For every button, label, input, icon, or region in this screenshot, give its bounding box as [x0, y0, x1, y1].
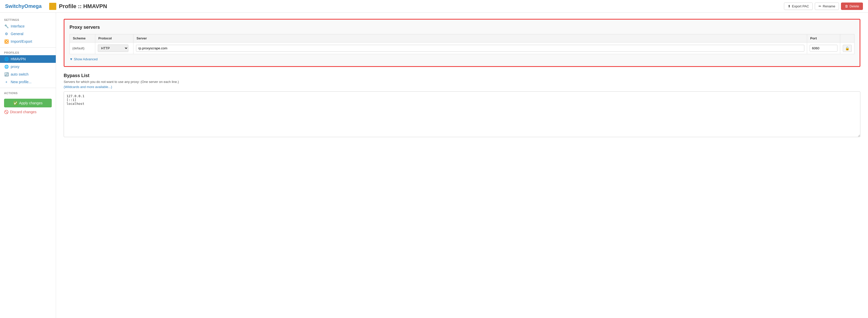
bypass-list-title: Bypass List [64, 73, 860, 78]
proxy-servers-title: Proxy servers [69, 25, 855, 30]
sidebar-item-import-export-label: Import/Export [11, 39, 32, 43]
discard-icon: 🚫 [4, 110, 8, 114]
content-area: Proxy servers Scheme Protocol Server Por… [56, 13, 868, 318]
sidebar-item-auto-switch[interactable]: 🔄 auto switch [0, 70, 56, 78]
header-protocol: Protocol [95, 34, 133, 42]
export-pac-label: Export PAC [792, 4, 809, 8]
export-pac-icon: ⬆ [788, 4, 790, 8]
port-cell [807, 42, 840, 54]
rename-icon: ✏ [818, 4, 822, 8]
sidebar-item-proxy[interactable]: 🌐 proxy [0, 63, 56, 70]
header-port: Port [807, 34, 840, 42]
delete-label: Delete [849, 4, 859, 8]
sidebar-item-proxy-label: proxy [11, 65, 19, 69]
sidebar-item-auto-switch-label: auto switch [11, 72, 29, 76]
sidebar-item-hmavpn[interactable]: 🌐 HMAVPN [0, 55, 56, 63]
rename-label: Rename [823, 4, 835, 8]
sidebar-item-import-export[interactable]: 🔀 Import/Export [0, 38, 56, 45]
profile-icon [49, 3, 56, 10]
show-advanced-link[interactable]: ▼ Show Advanced [69, 57, 855, 61]
chevron-down-icon: ▼ [69, 57, 73, 61]
discard-changes-label: Discard changes [10, 110, 36, 114]
wildcards-link[interactable]: (Wildcards and more available...) [64, 85, 112, 89]
sidebar-item-interface[interactable]: 🔧 Interface [0, 23, 56, 30]
top-actions: ⬆ Export PAC ✏ Rename 🗑 Delete [784, 3, 863, 10]
logo[interactable]: SwitchyOmega [5, 3, 41, 9]
lock-button[interactable]: 🔒 [843, 45, 852, 52]
proxy-table: Scheme Protocol Server Port (default) [69, 34, 855, 54]
page-title: Profile :: HMAVPN [59, 3, 107, 10]
protocol-cell: HTTP HTTPS SOCKS4 SOCKS5 [95, 42, 133, 54]
show-advanced-label: Show Advanced [74, 57, 97, 61]
table-header-row: Scheme Protocol Server Port [70, 34, 855, 42]
discard-changes-button[interactable]: 🚫 Discard changes [4, 108, 52, 115]
table-row: (default) HTTP HTTPS SOCKS4 SOCKS5 [70, 42, 855, 54]
hmavpn-icon: 🌐 [4, 57, 9, 61]
page-title-area: Profile :: HMAVPN [49, 3, 784, 10]
wrench-icon: 🔧 [4, 24, 9, 28]
proxy-servers-box: Proxy servers Scheme Protocol Server Por… [64, 19, 860, 67]
add-icon: + [4, 80, 9, 84]
export-pac-button[interactable]: ⬆ Export PAC [784, 3, 813, 10]
apply-changes-button[interactable]: ✅ Apply changes [4, 99, 52, 107]
main-layout: SETTINGS 🔧 Interface ⚙ General 🔀 Import/… [0, 13, 868, 318]
import-export-icon: 🔀 [4, 39, 9, 43]
bypass-textarea[interactable]: 127.0.0.1 [::1] localhost [64, 91, 860, 137]
scheme-cell: (default) [70, 42, 95, 54]
sidebar-item-interface-label: Interface [11, 24, 25, 28]
sidebar-item-general[interactable]: ⚙ General [0, 30, 56, 38]
protocol-select[interactable]: HTTP HTTPS SOCKS4 SOCKS5 [98, 44, 128, 52]
sidebar-item-new-profile[interactable]: + New profile... [0, 78, 56, 86]
gear-icon: ⚙ [4, 32, 9, 36]
auto-switch-icon: 🔄 [4, 72, 9, 76]
sidebar: SETTINGS 🔧 Interface ⚙ General 🔀 Import/… [0, 13, 56, 318]
port-input[interactable] [810, 45, 837, 51]
apply-check-icon: ✅ [13, 101, 18, 105]
top-bar: SwitchyOmega Profile :: HMAVPN ⬆ Export … [0, 0, 868, 13]
rename-button[interactable]: ✏ Rename [815, 3, 839, 10]
delete-icon: 🗑 [845, 4, 848, 8]
bypass-list-section: Bypass List Servers for which you do not… [64, 73, 860, 138]
header-server: Server [133, 34, 807, 42]
bypass-list-description: Servers for which you do not want to use… [64, 80, 860, 84]
sidebar-item-hmavpn-label: HMAVPN [11, 57, 26, 61]
settings-section-label: SETTINGS [0, 17, 56, 23]
header-scheme: Scheme [70, 34, 95, 42]
profiles-section-label: PROFILES [0, 49, 56, 55]
proxy-icon: 🌐 [4, 65, 9, 69]
apply-changes-label: Apply changes [19, 101, 42, 105]
lock-cell: 🔒 [840, 42, 855, 54]
delete-button[interactable]: 🗑 Delete [841, 3, 863, 10]
server-input[interactable] [136, 45, 804, 51]
sidebar-item-new-profile-label: New profile... [11, 80, 32, 84]
server-cell [133, 42, 807, 54]
header-lock [840, 34, 855, 42]
sidebar-item-general-label: General [11, 32, 24, 36]
sidebar-divider-2 [0, 88, 56, 88]
actions-section-label: ACTIONS [0, 90, 56, 96]
actions-section: ✅ Apply changes 🚫 Discard changes [0, 96, 56, 117]
